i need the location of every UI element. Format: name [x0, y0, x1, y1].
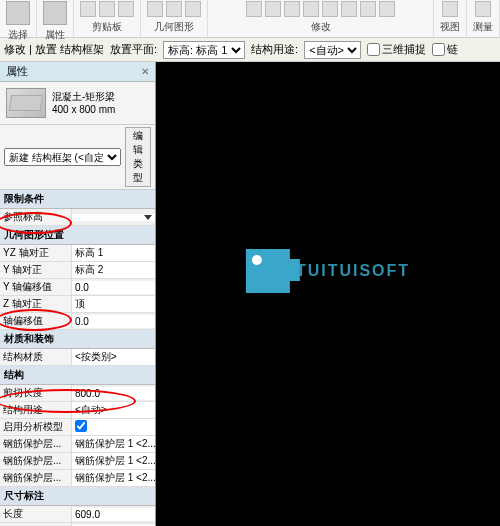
- param-z-offset[interactable]: 轴偏移值0.0: [0, 313, 155, 330]
- link-checkbox[interactable]: 链: [432, 42, 458, 57]
- plane-select[interactable]: 标高: 标高 1: [163, 41, 245, 59]
- watermark-logo-icon: [246, 249, 290, 293]
- param-length[interactable]: 长度609.0: [0, 506, 155, 523]
- watermark: TUITUISOFT: [246, 249, 410, 293]
- instance-filter-select[interactable]: 新建 结构框架 (<自定: [4, 148, 121, 166]
- rotate-icon[interactable]: [265, 1, 281, 17]
- struct-use-label: 结构用途:: [251, 42, 298, 57]
- category-structural[interactable]: 结构: [0, 366, 155, 385]
- ribbon-group-modify: 修改: [208, 0, 434, 38]
- dropdown-icon[interactable]: [144, 215, 152, 220]
- paste-icon[interactable]: [80, 1, 96, 17]
- ribbon: 选择 属性 剪贴板 几何图形 修改: [0, 0, 500, 38]
- cope-icon[interactable]: [147, 1, 163, 17]
- props-icon[interactable]: [43, 1, 67, 25]
- category-material[interactable]: 材质和装饰: [0, 330, 155, 349]
- view-icon[interactable]: [442, 1, 458, 17]
- props-label: 属性: [45, 28, 65, 42]
- snap-3d-checkbox[interactable]: 三维捕捉: [367, 42, 426, 57]
- ribbon-group-view: 视图: [434, 0, 467, 38]
- type-size: 400 x 800 mm: [52, 103, 115, 116]
- modify-label: 修改: [311, 20, 331, 34]
- main-area: 属性 ✕ 混凝土-矩形梁 400 x 800 mm 新建 结构框架 (<自定 编…: [0, 62, 500, 526]
- param-structural-material[interactable]: 结构材质<按类别>: [0, 349, 155, 366]
- plane-label: 放置平面:: [110, 42, 157, 57]
- param-yz-justification[interactable]: YZ 轴对正标高 1: [0, 245, 155, 262]
- ribbon-group-measure: 测量: [467, 0, 500, 38]
- param-structural-usage[interactable]: 结构用途<自动>: [0, 402, 155, 419]
- mirror-icon[interactable]: [284, 1, 300, 17]
- param-y-offset[interactable]: Y 轴偏移值0.0: [0, 279, 155, 296]
- ribbon-group-clipboard: 剪贴板: [74, 0, 141, 38]
- type-thumbnail-icon: [6, 88, 46, 118]
- edit-type-button[interactable]: 编辑类型: [125, 127, 151, 187]
- cut-geom-icon[interactable]: [185, 1, 201, 17]
- viewport[interactable]: TUITUISOFT: [156, 62, 500, 526]
- param-rebar-cover-1[interactable]: 钢筋保护层...钢筋保护层 1 <2...: [0, 436, 155, 453]
- cut-icon[interactable]: [99, 1, 115, 17]
- category-geometry-position[interactable]: 几何图形位置: [0, 226, 155, 245]
- param-cut-length[interactable]: 剪切长度800.0: [0, 385, 155, 402]
- enable-analytical-checkbox[interactable]: [75, 420, 87, 432]
- category-constraint[interactable]: 限制条件: [0, 190, 155, 209]
- offset-icon[interactable]: [360, 1, 376, 17]
- category-dimensions[interactable]: 尺寸标注: [0, 487, 155, 506]
- options-bar: 修改 | 放置 结构框架 放置平面: 标高: 标高 1 结构用途: <自动> 三…: [0, 38, 500, 62]
- close-icon[interactable]: ✕: [141, 66, 149, 77]
- trim-icon[interactable]: [322, 1, 338, 17]
- measure-icon[interactable]: [475, 1, 491, 17]
- clipboard-label: 剪贴板: [92, 20, 122, 34]
- align-icon[interactable]: [341, 1, 357, 17]
- modify-context-label: 修改 | 放置 结构框架: [4, 42, 104, 57]
- copy-icon[interactable]: [118, 1, 134, 17]
- param-z-justification[interactable]: Z 轴对正顶: [0, 296, 155, 313]
- watermark-text: TUITUISOFT: [296, 262, 410, 280]
- properties-title: 属性: [6, 64, 28, 79]
- param-rebar-cover-2[interactable]: 钢筋保护层...钢筋保护层 1 <2...: [0, 453, 155, 470]
- param-y-justification[interactable]: Y 轴对正标高 2: [0, 262, 155, 279]
- measure-label: 测量: [473, 20, 493, 34]
- split-icon[interactable]: [379, 1, 395, 17]
- properties-panel: 属性 ✕ 混凝土-矩形梁 400 x 800 mm 新建 结构框架 (<自定 编…: [0, 62, 156, 526]
- instance-filter-row: 新建 结构框架 (<自定 编辑类型: [0, 125, 155, 190]
- array-icon[interactable]: [303, 1, 319, 17]
- struct-use-select[interactable]: <自动>: [304, 41, 361, 59]
- type-selector[interactable]: 混凝土-矩形梁 400 x 800 mm: [0, 82, 155, 125]
- move-icon[interactable]: [246, 1, 262, 17]
- type-family-name: 混凝土-矩形梁: [52, 90, 115, 103]
- param-enable-analytical[interactable]: 启用分析模型: [0, 419, 155, 436]
- properties-title-bar: 属性 ✕: [0, 62, 155, 82]
- ribbon-group-select: 选择: [0, 0, 37, 38]
- param-rebar-cover-3[interactable]: 钢筋保护层...钢筋保护层 1 <2...: [0, 470, 155, 487]
- ribbon-group-geometry: 几何图形: [141, 0, 208, 38]
- type-text: 混凝土-矩形梁 400 x 800 mm: [52, 90, 115, 116]
- join-icon[interactable]: [166, 1, 182, 17]
- ribbon-group-props: 属性: [37, 0, 74, 38]
- param-reference-level[interactable]: 参照标高: [0, 209, 155, 226]
- select-icon[interactable]: [6, 1, 30, 25]
- view-label: 视图: [440, 20, 460, 34]
- geometry-label: 几何图形: [154, 20, 194, 34]
- properties-list[interactable]: 限制条件 参照标高 几何图形位置 YZ 轴对正标高 1 Y 轴对正标高 2 Y …: [0, 190, 155, 526]
- select-label: 选择: [8, 28, 28, 42]
